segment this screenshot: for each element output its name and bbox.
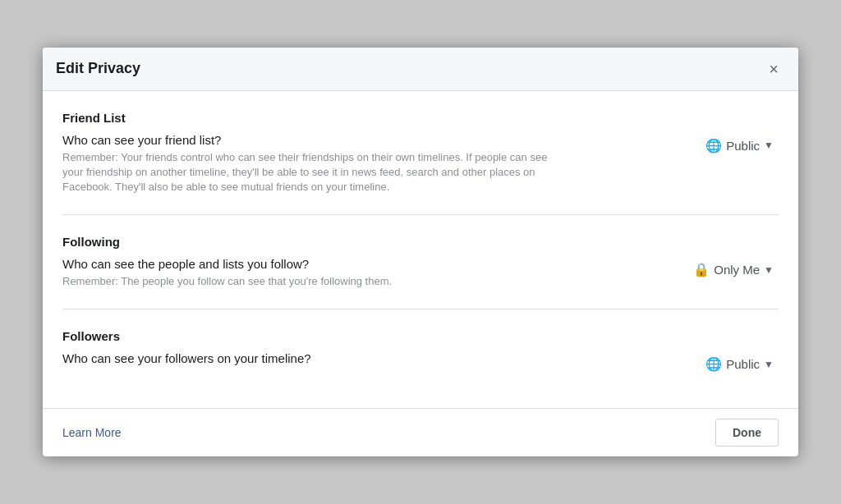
- privacy-row-followers: Who can see your followers on your timel…: [62, 351, 779, 388]
- privacy-control-following: 🔒 Only Me ▼: [688, 259, 779, 281]
- privacy-row-following: Who can see the people and lists you fol…: [62, 257, 779, 302]
- globe-icon-followers: 🌐: [705, 356, 722, 372]
- chevron-down-icon-followers: ▼: [764, 359, 774, 370]
- chevron-down-icon: ▼: [764, 140, 774, 151]
- privacy-row-content-followers: Who can see your followers on your timel…: [62, 351, 555, 369]
- modal-body: Friend List Who can see your friend list…: [43, 91, 798, 409]
- privacy-question-followers: Who can see your followers on your timel…: [62, 351, 555, 365]
- divider-2: [62, 309, 779, 309]
- chevron-down-icon-following: ▼: [764, 264, 774, 276]
- privacy-note-friend-list: Remember: Your friends control who can s…: [62, 150, 555, 195]
- privacy-dropdown-following[interactable]: 🔒 Only Me ▼: [688, 259, 779, 281]
- section-title-friend-list: Friend List: [62, 104, 779, 125]
- section-friend-list: Friend List Who can see your friend list…: [62, 104, 779, 208]
- privacy-label-friend-list: Public: [726, 139, 760, 153]
- section-title-following: Following: [62, 228, 779, 249]
- modal-footer: Learn More Done: [43, 408, 798, 456]
- close-button[interactable]: ×: [762, 57, 785, 80]
- modal-header: Edit Privacy ×: [43, 48, 798, 91]
- privacy-row-friend-list: Who can see your friend list? Remember: …: [62, 133, 779, 208]
- privacy-label-followers: Public: [726, 357, 760, 371]
- edit-privacy-modal: Edit Privacy × Friend List Who can see y…: [43, 48, 798, 457]
- privacy-row-content-following: Who can see the people and lists you fol…: [62, 257, 555, 289]
- privacy-control-friend-list: 🌐 Public ▼: [701, 135, 779, 157]
- privacy-row-content: Who can see your friend list? Remember: …: [62, 133, 555, 195]
- privacy-label-following: Only Me: [714, 263, 760, 277]
- learn-more-link[interactable]: Learn More: [62, 426, 122, 439]
- done-button[interactable]: Done: [715, 419, 779, 447]
- section-title-followers: Followers: [62, 323, 779, 343]
- privacy-question-following: Who can see the people and lists you fol…: [62, 257, 555, 271]
- modal-title: Edit Privacy: [56, 60, 140, 77]
- section-followers: Followers Who can see your followers on …: [62, 323, 779, 388]
- privacy-note-following: Remember: The people you follow can see …: [62, 274, 555, 289]
- privacy-dropdown-friend-list[interactable]: 🌐 Public ▼: [701, 135, 779, 157]
- privacy-dropdown-followers[interactable]: 🌐 Public ▼: [701, 353, 779, 375]
- divider-1: [62, 214, 779, 215]
- globe-icon: 🌐: [705, 138, 722, 153]
- privacy-control-followers: 🌐 Public ▼: [701, 353, 779, 375]
- section-following: Following Who can see the people and lis…: [62, 228, 779, 302]
- privacy-question-friend-list: Who can see your friend list?: [62, 133, 555, 147]
- lock-icon: 🔒: [693, 262, 710, 277]
